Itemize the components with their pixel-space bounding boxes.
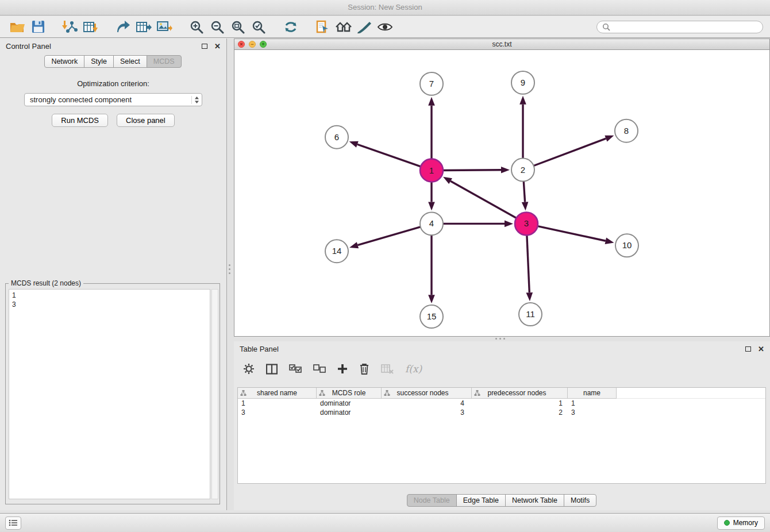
import-network-button[interactable] <box>60 18 80 36</box>
criterion-dropdown[interactable]: strongly connected component <box>24 93 202 106</box>
minimize-window-icon[interactable]: − <box>249 41 256 48</box>
graph-edge[interactable] <box>519 96 526 159</box>
horizontal-splitter[interactable] <box>234 337 770 341</box>
graph-node[interactable]: 7 <box>420 72 443 95</box>
graph-node[interactable]: 11 <box>519 303 542 326</box>
function-builder-button[interactable]: f(x) <box>405 363 422 375</box>
apply-style-button[interactable] <box>354 18 375 36</box>
graph-edge[interactable] <box>428 235 435 303</box>
zoom-window-icon[interactable]: + <box>260 41 267 48</box>
graph-node-label: 4 <box>429 218 434 228</box>
float-table-panel-icon[interactable] <box>745 346 751 352</box>
graph-node[interactable]: 8 <box>615 119 638 142</box>
table-settings-button[interactable] <box>243 363 255 375</box>
column-header-predecessor-nodes[interactable]: predecessor nodes <box>472 388 568 399</box>
export-network-button[interactable] <box>113 18 133 36</box>
graph-edge[interactable] <box>443 221 513 228</box>
close-panel-icon[interactable]: ✕ <box>214 42 221 51</box>
mcds-result-title: MCDS result (2 nodes) <box>9 279 83 287</box>
graph-node-label: 2 <box>521 165 525 175</box>
import-table-button[interactable] <box>80 18 101 36</box>
zoom-in-button[interactable] <box>186 18 207 36</box>
graph-node[interactable]: 2 <box>511 159 534 182</box>
tab-select[interactable]: Select <box>113 55 147 68</box>
result-scrollbar[interactable] <box>211 289 218 499</box>
export-image-button[interactable] <box>154 18 175 36</box>
deselect-all-button[interactable] <box>313 364 326 373</box>
mcds-result-item[interactable]: 1 <box>12 291 207 300</box>
tab-node-table[interactable]: Node Table <box>407 494 457 507</box>
graph-node[interactable]: 1 <box>420 159 443 182</box>
task-history-button[interactable] <box>5 516 21 530</box>
mcds-result-list[interactable]: 1 3 <box>9 289 210 499</box>
graph-node-label: 14 <box>332 246 342 256</box>
graph-edge[interactable] <box>428 97 435 159</box>
graph-edge[interactable] <box>538 226 614 244</box>
graph-edge[interactable] <box>443 167 510 174</box>
delete-row-button[interactable] <box>359 363 369 375</box>
first-neighbors-button[interactable] <box>333 18 354 36</box>
refresh-icon <box>283 20 298 34</box>
add-row-button[interactable] <box>337 364 348 374</box>
open-session-button[interactable] <box>7 18 28 36</box>
save-session-button[interactable] <box>28 18 48 36</box>
column-header-name[interactable]: name <box>568 388 617 399</box>
graph-edge[interactable] <box>349 227 421 248</box>
network-graph[interactable]: 7968124314101511 <box>234 50 769 336</box>
refresh-button[interactable] <box>280 18 301 36</box>
close-panel-button[interactable]: Close panel <box>117 114 175 127</box>
graph-node[interactable]: 15 <box>420 305 443 328</box>
floppy-disk-icon <box>32 20 45 33</box>
zoom-fit-button[interactable] <box>228 18 248 36</box>
tab-network[interactable]: Network <box>44 55 84 68</box>
run-mcds-button[interactable]: Run MCDS <box>52 114 108 127</box>
search-box[interactable] <box>596 21 763 33</box>
graph-node[interactable]: 14 <box>325 240 348 263</box>
tab-edge-table[interactable]: Edge Table <box>456 494 506 507</box>
graph-node-label: 7 <box>429 79 434 88</box>
graph-edge[interactable] <box>443 177 517 218</box>
column-header-successor-nodes[interactable]: successor nodes <box>382 388 472 399</box>
graph-node[interactable]: 3 <box>515 212 538 235</box>
graph-edge[interactable] <box>428 182 435 211</box>
tab-network-table[interactable]: Network Table <box>505 494 564 507</box>
select-all-button[interactable] <box>289 364 302 373</box>
tab-motifs[interactable]: Motifs <box>564 494 596 507</box>
header-filler <box>617 388 765 399</box>
tab-style[interactable]: Style <box>84 55 114 68</box>
vertical-splitter[interactable] <box>227 38 234 510</box>
graph-node[interactable]: 4 <box>420 212 443 235</box>
graph-edge[interactable] <box>522 182 529 211</box>
table-row[interactable]: 3 dominator 3 2 3 <box>238 408 765 417</box>
column-header-shared-name[interactable]: shared name <box>238 388 317 399</box>
zoom-selected-button[interactable] <box>248 18 269 36</box>
memory-status-icon <box>724 520 730 526</box>
delete-column-button[interactable] <box>381 364 394 374</box>
table-row[interactable]: 1 dominator 4 1 1 <box>238 399 765 408</box>
tree-icon <box>384 390 390 396</box>
show-hide-button[interactable] <box>375 18 395 36</box>
tab-mcds[interactable]: MCDS <box>147 55 182 68</box>
graph-node-label: 9 <box>521 78 525 87</box>
search-input[interactable] <box>614 23 757 31</box>
graph-node[interactable]: 9 <box>511 71 534 94</box>
export-table-button[interactable] <box>133 18 154 36</box>
mcds-result-item[interactable]: 3 <box>12 300 207 309</box>
memory-label: Memory <box>733 519 758 527</box>
column-visibility-button[interactable] <box>266 364 278 375</box>
graph-node[interactable]: 10 <box>615 234 638 257</box>
close-table-panel-icon[interactable]: ✕ <box>758 345 764 353</box>
close-window-icon[interactable]: × <box>238 41 245 48</box>
annotation-button[interactable] <box>313 18 333 36</box>
network-canvas[interactable]: 7968124314101511 <box>234 50 770 337</box>
search-icon <box>602 23 610 31</box>
memory-button[interactable]: Memory <box>717 516 765 530</box>
column-header-mcds-role[interactable]: MCDS role <box>317 388 382 399</box>
graph-node[interactable]: 6 <box>325 126 348 149</box>
paintbrush-icon <box>357 21 372 33</box>
float-panel-icon[interactable] <box>202 44 207 49</box>
zoom-out-button[interactable] <box>207 18 228 36</box>
graph-edge[interactable] <box>526 235 533 301</box>
graph-edge[interactable] <box>534 136 614 166</box>
graph-edge[interactable] <box>349 141 421 167</box>
